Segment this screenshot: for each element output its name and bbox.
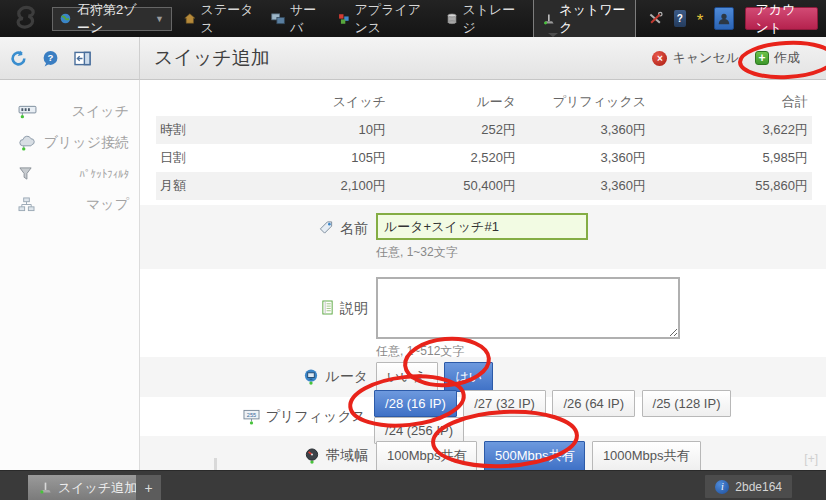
tools-icon[interactable] — [648, 10, 663, 27]
name-input[interactable] — [376, 213, 588, 240]
collapse-panel-icon[interactable] — [74, 51, 91, 66]
pricing-col-header: スイッチ — [266, 88, 390, 116]
pricing-col-header: プリフィックス — [520, 88, 650, 116]
filter-funnel-icon — [18, 166, 33, 181]
router-label: ルータ — [325, 368, 368, 386]
prefix-option-27[interactable]: /27 (32 IP) — [463, 390, 546, 417]
top-navigation-bar: 石狩第2ゾーン ▼ ステータス サーバ アプライアンス — [0, 0, 826, 37]
sidebar-item-label: マップ — [86, 196, 129, 214]
create-button[interactable]: + 作成 — [755, 49, 800, 67]
network-antenna-icon — [39, 481, 52, 494]
pricing-table: スイッチ ルータ プリフィックス 合計 時割 10円 252円 3,360円 3… — [156, 88, 812, 200]
prefix-label: プリフィックス — [266, 408, 366, 426]
help-book-icon[interactable]: ? — [674, 10, 686, 27]
pricing-cell: 3,622円 — [650, 116, 812, 144]
prefix-option-28[interactable]: /28 (16 IP) — [374, 390, 457, 417]
pricing-cell: 10円 — [266, 116, 390, 144]
info-glyph: i — [721, 481, 724, 492]
description-label-group: 説明 — [140, 269, 368, 357]
zone-selector[interactable]: 石狩第2ゾーン ▼ — [52, 7, 172, 31]
sidebar-item-switch[interactable]: スイッチ — [0, 96, 139, 127]
nav-status[interactable]: ステータス — [184, 1, 256, 37]
bandwidth-option-100[interactable]: 100Mbps共有 — [376, 441, 477, 471]
star-icon: * — [697, 16, 704, 26]
main-nav: ステータス サーバ アプライアンス スト — [184, 0, 636, 42]
nav-label: ステータス — [201, 1, 256, 37]
account-button[interactable]: アカウント — [745, 7, 818, 30]
expand-label[interactable]: [+] — [804, 452, 818, 466]
taskbar-tab-switch-add[interactable]: スイッチ追加 — [28, 475, 148, 500]
pricing-cell: 3,360円 — [520, 172, 650, 200]
bandwidth-option-500[interactable]: 500Mbps共有 — [484, 441, 585, 471]
bandwidth-label-group: 帯域幅 — [140, 447, 368, 465]
name-hint: 任意, 1~32文字 — [376, 244, 588, 261]
nav-storage[interactable]: ストレージ — [447, 1, 517, 37]
refresh-icon[interactable] — [10, 50, 27, 67]
speedometer-icon — [304, 448, 320, 464]
form-row-prefix: 255 プリフィックス /28 (16 IP) /27 (32 IP) /26 … — [140, 397, 826, 436]
bandwidth-option-1000[interactable]: 1000Mbps共有 — [592, 441, 701, 471]
create-plus-icon: + — [755, 51, 769, 65]
page-header: スイッチ追加 × キャンセル + 作成 — [140, 37, 826, 80]
help-bubble-icon[interactable]: ? — [42, 50, 59, 67]
globe-icon — [60, 12, 71, 25]
pricing-cell: 3,360円 — [520, 116, 650, 144]
router-options: いいえ はい — [376, 362, 495, 392]
name-label: 名前 — [340, 220, 368, 238]
header-actions: × キャンセル + 作成 — [652, 49, 812, 67]
help-glyph: ? — [677, 13, 683, 24]
pricing-row-hourly: 時割 10円 252円 3,360円 3,622円 — [156, 116, 812, 144]
sakura-cloud-logo[interactable] — [8, 5, 40, 32]
build-info-badge[interactable]: i 2bde164 — [705, 475, 792, 498]
scrollbar-nub[interactable] — [214, 458, 217, 470]
pricing-cell: 2,520円 — [390, 144, 520, 172]
nav-label: アプライアンス — [355, 1, 433, 37]
sidebar-item-packet-filter[interactable]: ﾊﾟｹｯﾄﾌｨﾙﾀ — [0, 158, 139, 189]
notebook-icon — [321, 300, 334, 315]
sidebar-toolbar: ? — [0, 37, 140, 80]
create-glyph: + — [758, 53, 765, 64]
appliance-blocks-icon — [338, 12, 350, 26]
user-button[interactable] — [714, 7, 734, 30]
description-hint: 任意, 1~512文字 — [376, 343, 680, 360]
sidebar: スイッチ ブリッジ接続 ﾊﾟｹｯﾄﾌｨﾙﾀ マップ — [0, 80, 140, 470]
pricing-row-monthly: 月額 2,100円 50,400円 3,360円 55,860円 — [156, 172, 812, 200]
pricing-col-header: 合計 — [650, 88, 812, 116]
nav-server[interactable]: サーバ — [271, 1, 323, 37]
pricing-cell: 5,985円 — [650, 144, 812, 172]
sakura-cloud-logo-icon — [8, 5, 40, 32]
new-tab-button[interactable]: + — [136, 475, 161, 500]
sidebar-item-map[interactable]: マップ — [0, 189, 139, 220]
router-option-yes[interactable]: はい — [444, 362, 493, 392]
router-label-group: ルータ — [140, 368, 368, 386]
description-textarea[interactable] — [376, 277, 680, 339]
zone-label: 石狩第2ゾーン — [77, 1, 149, 37]
prefix-option-24[interactable]: /24 (256 IP) — [374, 417, 464, 444]
pricing-header-row: スイッチ ルータ プリフィックス 合計 — [156, 88, 812, 116]
build-id: 2bde164 — [735, 480, 782, 494]
description-control: 任意, 1~512文字 — [376, 269, 680, 357]
router-option-no[interactable]: いいえ — [376, 362, 438, 392]
nav-appliance[interactable]: アプライアンス — [338, 1, 433, 37]
info-icon: i — [715, 480, 729, 494]
cancel-button[interactable]: × キャンセル — [652, 49, 739, 67]
sidebar-item-label: ブリッジ接続 — [44, 134, 129, 152]
switch-icon — [18, 104, 37, 119]
server-icon — [271, 12, 285, 26]
prefix-option-26[interactable]: /26 (64 IP) — [552, 390, 635, 417]
nav-label: ネットワーク — [559, 1, 625, 37]
tag-icon — [318, 220, 334, 235]
form-row-description: 説明 任意, 1~512文字 — [140, 269, 826, 357]
storage-disks-icon — [447, 12, 457, 26]
sidebar-item-bridge[interactable]: ブリッジ接続 — [0, 127, 139, 158]
cancel-label: キャンセル — [672, 49, 739, 67]
pricing-cell: 252円 — [390, 116, 520, 144]
prefix-option-25[interactable]: /25 (128 IP) — [642, 390, 732, 417]
person-icon — [717, 12, 731, 26]
sidebar-item-label: スイッチ — [72, 103, 129, 121]
name-label-group: 名前 — [140, 205, 368, 269]
pricing-row-label: 日割 — [156, 144, 266, 172]
name-control: 任意, 1~32文字 — [376, 205, 588, 269]
pricing-cell: 105円 — [266, 144, 390, 172]
network-antenna-icon — [543, 12, 555, 26]
